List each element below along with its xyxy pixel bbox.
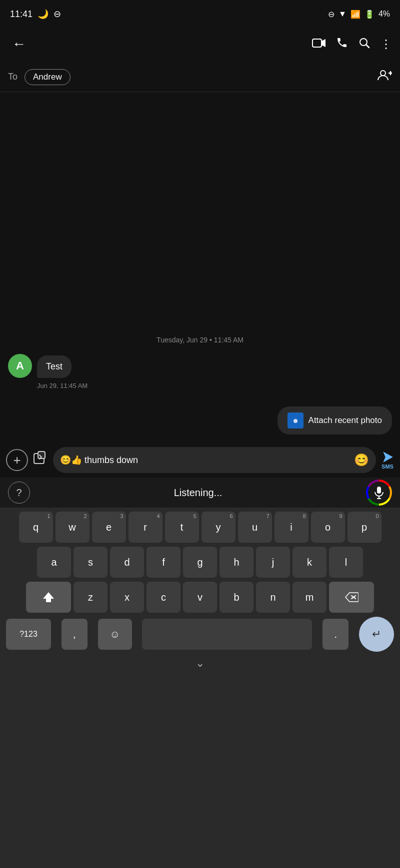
key-k[interactable]: k [292, 547, 326, 578]
signal-icon: 📶 [350, 10, 360, 19]
message-time: Jun 29, 11:45 AM [37, 382, 392, 389]
attach-recent-photo-button[interactable]: Attach recent photo [278, 406, 392, 435]
listening-text: Listening... [35, 487, 361, 499]
dnd-icon: ⊖ [54, 9, 61, 20]
svg-point-8 [294, 419, 298, 423]
key-u[interactable]: u7 [238, 512, 272, 543]
message-row: A Test [8, 354, 392, 378]
svg-marker-12 [383, 452, 393, 463]
to-label: To [8, 72, 18, 82]
recipient-chip[interactable]: Andrew [24, 69, 70, 85]
phone-button[interactable] [336, 37, 348, 52]
key-g[interactable]: g [183, 547, 217, 578]
message-input-wrapper: 😊👍 thumbs down 😊 [53, 447, 376, 473]
key-q[interactable]: q1 [19, 512, 53, 543]
photo-icon [288, 412, 304, 428]
key-z[interactable]: z [74, 582, 108, 613]
key-n[interactable]: n [256, 582, 290, 613]
wifi-icon: ▼ [338, 10, 346, 19]
key-s[interactable]: s [74, 547, 108, 578]
add-contact-button[interactable] [377, 68, 392, 86]
key-b[interactable]: b [220, 582, 254, 613]
svg-line-3 [366, 45, 370, 48]
keyboard-row-3: z x c v b n m [2, 582, 398, 613]
key-d[interactable]: d [110, 547, 144, 578]
svg-rect-0 [312, 39, 322, 47]
add-attachment-button[interactable]: + [6, 449, 28, 471]
sender-avatar: A [8, 354, 32, 378]
voice-bar: ? Listening... [0, 478, 400, 508]
alarm-icon: 🌙 [38, 9, 48, 20]
message-bubble: Test [37, 355, 72, 378]
video-call-button[interactable] [312, 37, 326, 52]
key-w[interactable]: w2 [56, 512, 90, 543]
emoji-keyboard-button[interactable]: ☺ [98, 619, 132, 650]
key-j[interactable]: j [256, 547, 290, 578]
app-bar: ← ⋮ [0, 26, 400, 62]
to-field: To Andrew [0, 62, 400, 92]
hide-keyboard-button[interactable]: ⌄ [196, 657, 204, 670]
battery-pct: 4% [378, 10, 390, 19]
voice-mic-button[interactable] [366, 480, 392, 506]
date-divider: Tuesday, Jun 29 • 11:45 AM [8, 336, 392, 344]
key-f[interactable]: f [146, 547, 180, 578]
key-h[interactable]: h [220, 547, 254, 578]
num-sym-key[interactable]: ?123 [6, 619, 51, 650]
emoji-picker-button[interactable]: 😊 [354, 453, 369, 467]
space-key[interactable] [142, 619, 312, 650]
key-c[interactable]: c [146, 582, 180, 613]
more-options-button[interactable]: ⋮ [380, 37, 392, 51]
backspace-key[interactable] [329, 582, 374, 613]
attach-photo-row: Attach recent photo [0, 402, 400, 439]
attach-photo-label: Attach recent photo [308, 415, 382, 425]
key-l[interactable]: l [329, 547, 363, 578]
svg-marker-16 [43, 592, 54, 602]
enter-key[interactable]: ↵ [359, 617, 394, 652]
chevron-down-row: ⌄ [2, 652, 398, 675]
shift-key[interactable] [26, 582, 71, 613]
dnd-status-icon: ⊖ [328, 10, 334, 19]
key-x[interactable]: x [110, 582, 144, 613]
back-button[interactable]: ← [8, 32, 30, 56]
send-sms-button[interactable]: SMS [381, 451, 394, 470]
key-e[interactable]: e3 [92, 512, 126, 543]
key-y[interactable]: y6 [202, 512, 236, 543]
message-area: Tuesday, Jun 29 • 11:45 AM A Test Jun 29… [0, 92, 400, 402]
keyboard: q1 w2 e3 r4 t5 y6 u7 i8 o9 p0 a s d f g … [0, 508, 400, 868]
key-p[interactable]: p0 [348, 512, 382, 543]
comma-key[interactable]: , [62, 619, 88, 650]
svg-marker-1 [322, 39, 326, 47]
key-o[interactable]: o9 [311, 512, 345, 543]
svg-rect-13 [377, 487, 381, 494]
svg-point-4 [380, 71, 386, 76]
key-i[interactable]: i8 [274, 512, 308, 543]
voice-help-button[interactable]: ? [8, 482, 30, 504]
key-a[interactable]: a [37, 547, 71, 578]
message-input-content[interactable]: 😊👍 thumbs down [60, 455, 350, 466]
key-m[interactable]: m [292, 582, 326, 613]
battery-icon: 🔋 [364, 10, 374, 19]
keyboard-row-2: a s d f g h j k l [2, 547, 398, 578]
send-label: SMS [382, 464, 394, 470]
keyboard-row-1: q1 w2 e3 r4 t5 y6 u7 i8 o9 p0 [2, 512, 398, 543]
media-attach-button[interactable] [33, 451, 48, 470]
key-v[interactable]: v [183, 582, 217, 613]
key-r[interactable]: r4 [128, 512, 162, 543]
svg-rect-9 [294, 416, 297, 418]
input-bar: + 😊👍 thumbs down 😊 SMS [0, 443, 400, 478]
keyboard-bottom-row: ?123 , ☺ . ↵ [2, 617, 398, 652]
status-bar: 11:41 🌙 ⊖ ⊖ ▼ 📶 🔋 4% [0, 0, 400, 26]
key-t[interactable]: t5 [165, 512, 199, 543]
period-key[interactable]: . [322, 619, 348, 650]
status-time: 11:41 [10, 9, 32, 20]
search-button[interactable] [358, 37, 370, 52]
